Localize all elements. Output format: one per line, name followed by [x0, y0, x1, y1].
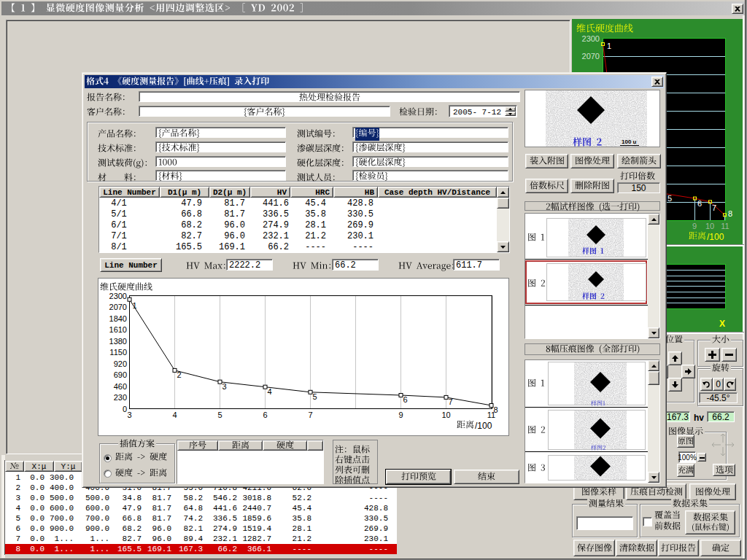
svg-text:11: 11 [487, 411, 495, 419]
svg-text:1380: 1380 [109, 337, 127, 346]
svg-text:5: 5 [217, 411, 222, 419]
svg-text:460: 460 [114, 382, 127, 391]
svg-text:4: 4 [172, 411, 177, 419]
svg-text:2300: 2300 [109, 292, 127, 300]
svg-text:7: 7 [308, 411, 312, 419]
svg-text:0: 0 [123, 405, 127, 413]
svg-text:1150: 1150 [109, 348, 127, 357]
svg-text:6: 6 [403, 395, 408, 404]
svg-text:3: 3 [222, 382, 227, 391]
svg-text:3: 3 [127, 411, 131, 419]
svg-text:10: 10 [441, 411, 450, 419]
svg-text:690: 690 [114, 370, 127, 379]
svg-text:6: 6 [263, 411, 267, 419]
svg-text:4: 4 [268, 387, 272, 396]
svg-text:230: 230 [114, 393, 127, 402]
svg-text:5: 5 [313, 392, 317, 401]
svg-text:2070: 2070 [109, 303, 127, 311]
svg-text:1840: 1840 [109, 314, 127, 323]
svg-text:9: 9 [398, 411, 403, 419]
svg-text:1610: 1610 [109, 325, 127, 334]
svg-text:2: 2 [177, 370, 182, 379]
svg-text:1: 1 [133, 301, 137, 310]
svg-text:920: 920 [114, 359, 127, 368]
svg-text:7: 7 [449, 397, 453, 406]
